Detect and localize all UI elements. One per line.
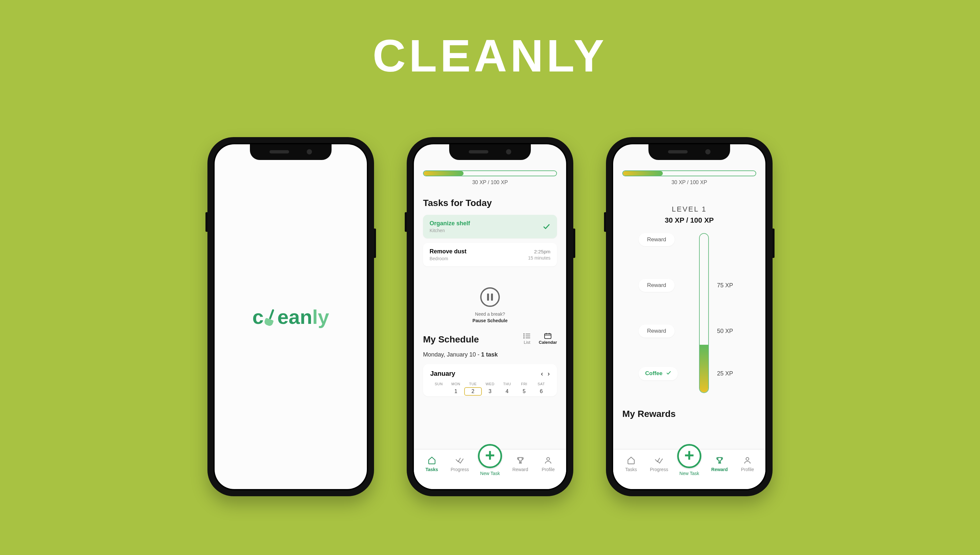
nav-reward[interactable]: Reward bbox=[707, 456, 732, 472]
calendar-day[interactable]: 3 bbox=[482, 388, 498, 395]
nav-tasks[interactable]: Tasks bbox=[619, 456, 644, 472]
splash-screen: c eanly bbox=[215, 144, 367, 489]
bottom-nav: Tasks Progress + New Task Reward Profile bbox=[414, 450, 566, 489]
nav-tasks[interactable]: Tasks bbox=[419, 456, 444, 472]
task-card[interactable]: Remove dust Bedroom 2:25pm 15 minutes bbox=[423, 243, 557, 266]
reward-pill-done[interactable]: Coffee bbox=[639, 367, 678, 380]
level-xp: 30 XP / 100 XP bbox=[622, 216, 756, 225]
nav-reward[interactable]: Reward bbox=[508, 456, 533, 472]
phone-rewards: 30 XP / 100 XP LEVEL 1 30 XP / 100 XP Re… bbox=[606, 137, 773, 496]
tasks-section-title: Tasks for Today bbox=[423, 198, 557, 208]
add-task-fab[interactable]: + bbox=[677, 444, 701, 468]
schedule-day-summary: Monday, January 10 - 1 task bbox=[423, 351, 557, 358]
pause-button[interactable] bbox=[480, 287, 500, 307]
svg-point-2 bbox=[523, 335, 525, 337]
reward-pill[interactable]: Reward bbox=[639, 233, 675, 246]
svg-rect-3 bbox=[525, 335, 530, 336]
broom-icon bbox=[262, 307, 279, 327]
profile-icon bbox=[536, 456, 561, 465]
xp-bar: 30 XP / 100 XP bbox=[622, 170, 756, 185]
calendar-month: January bbox=[430, 370, 455, 377]
level-label: LEVEL 1 bbox=[622, 205, 756, 213]
reward-rung: Coffee 25 XP bbox=[639, 367, 740, 380]
task-title: Organize shelf bbox=[430, 220, 470, 227]
task-title: Remove dust bbox=[430, 248, 466, 255]
calendar-card: January ‹ › SUNMONTUEWEDTHUFRISAT 1 2 3 bbox=[423, 364, 557, 396]
reward-rung: Reward bbox=[639, 233, 740, 246]
progress-icon bbox=[646, 456, 671, 465]
reward-rung: Reward 50 XP bbox=[639, 324, 740, 338]
device-notch bbox=[648, 144, 730, 160]
list-icon bbox=[523, 333, 531, 339]
pause-question: Need a break? bbox=[423, 311, 557, 317]
reward-rung: Reward 75 XP bbox=[639, 279, 740, 292]
calendar-day-today[interactable]: 2 bbox=[464, 388, 482, 395]
svg-point-10 bbox=[547, 457, 550, 460]
schedule-section-title: My Schedule bbox=[423, 334, 479, 345]
reward-xp-value: 25 XP bbox=[717, 370, 740, 377]
pause-action[interactable]: Pause Schedule bbox=[423, 318, 557, 323]
trophy-icon bbox=[707, 456, 732, 465]
level-header: LEVEL 1 30 XP / 100 XP bbox=[622, 205, 756, 225]
task-location: Bedroom bbox=[430, 256, 466, 261]
hero-title: CLEANLY bbox=[0, 29, 980, 82]
nav-profile[interactable]: Profile bbox=[536, 456, 561, 472]
svg-rect-1 bbox=[525, 334, 530, 334]
phone-tasks: 30 XP / 100 XP Tasks for Today Organize … bbox=[407, 137, 573, 496]
task-duration: 15 minutes bbox=[528, 255, 550, 260]
device-notch bbox=[449, 144, 531, 160]
bottom-nav: Tasks Progress + New Task Reward Profile bbox=[613, 450, 765, 489]
nav-new-task[interactable]: + New Task bbox=[475, 444, 505, 476]
calendar-icon bbox=[544, 333, 552, 339]
nav-new-task[interactable]: + New Task bbox=[675, 444, 704, 476]
rewards-ladder: Reward Reward 75 XP Reward 50 XP bbox=[639, 233, 740, 393]
xp-bar: 30 XP / 100 XP bbox=[423, 170, 557, 185]
task-card-done[interactable]: Organize shelf Kitchen bbox=[423, 215, 557, 238]
svg-rect-5 bbox=[525, 338, 530, 338]
task-location: Kitchen bbox=[430, 228, 470, 233]
app-logo: c eanly bbox=[252, 305, 329, 329]
home-icon bbox=[619, 456, 644, 465]
add-task-fab[interactable]: + bbox=[478, 444, 502, 468]
progress-icon bbox=[447, 456, 472, 465]
svg-point-4 bbox=[523, 337, 525, 338]
svg-rect-6 bbox=[545, 334, 551, 338]
check-icon bbox=[543, 223, 550, 231]
plus-icon: + bbox=[684, 447, 694, 464]
reward-xp-value: 75 XP bbox=[717, 282, 740, 289]
nav-progress[interactable]: Progress bbox=[447, 456, 472, 472]
trophy-icon bbox=[508, 456, 533, 465]
profile-icon bbox=[735, 456, 760, 465]
calendar-day[interactable]: 4 bbox=[498, 388, 516, 395]
calendar-day[interactable]: 1 bbox=[447, 388, 464, 395]
pause-icon bbox=[487, 294, 493, 301]
reward-pill[interactable]: Reward bbox=[639, 279, 675, 292]
my-rewards-title: My Rewards bbox=[622, 409, 756, 419]
calendar-day[interactable] bbox=[430, 388, 447, 395]
nav-profile[interactable]: Profile bbox=[735, 456, 760, 472]
svg-point-11 bbox=[746, 457, 749, 460]
plus-icon: + bbox=[485, 447, 495, 464]
view-toggle: List Calendar bbox=[523, 333, 557, 345]
view-calendar-button[interactable]: Calendar bbox=[539, 333, 557, 345]
task-time: 2:25pm bbox=[528, 249, 550, 254]
calendar-next-button[interactable]: › bbox=[548, 370, 550, 377]
calendar-day[interactable]: 5 bbox=[516, 388, 532, 395]
calendar-day[interactable]: 6 bbox=[533, 388, 550, 395]
check-icon bbox=[666, 370, 671, 377]
device-notch bbox=[250, 144, 332, 160]
calendar-days: 1 2 3 4 5 6 bbox=[430, 388, 550, 395]
nav-progress[interactable]: Progress bbox=[646, 456, 671, 472]
phone-splash: c eanly bbox=[207, 137, 374, 496]
reward-pill[interactable]: Reward bbox=[639, 324, 675, 338]
calendar-prev-button[interactable]: ‹ bbox=[541, 370, 543, 377]
calendar-weekdays: SUNMONTUEWEDTHUFRISAT bbox=[430, 382, 550, 386]
pause-block: Need a break? Pause Schedule bbox=[423, 287, 557, 323]
xp-label: 30 XP / 100 XP bbox=[622, 180, 756, 185]
reward-xp-value: 50 XP bbox=[717, 328, 740, 335]
home-icon bbox=[419, 456, 444, 465]
xp-label: 30 XP / 100 XP bbox=[423, 180, 557, 185]
svg-point-0 bbox=[523, 333, 525, 335]
view-list-button[interactable]: List bbox=[523, 333, 531, 345]
